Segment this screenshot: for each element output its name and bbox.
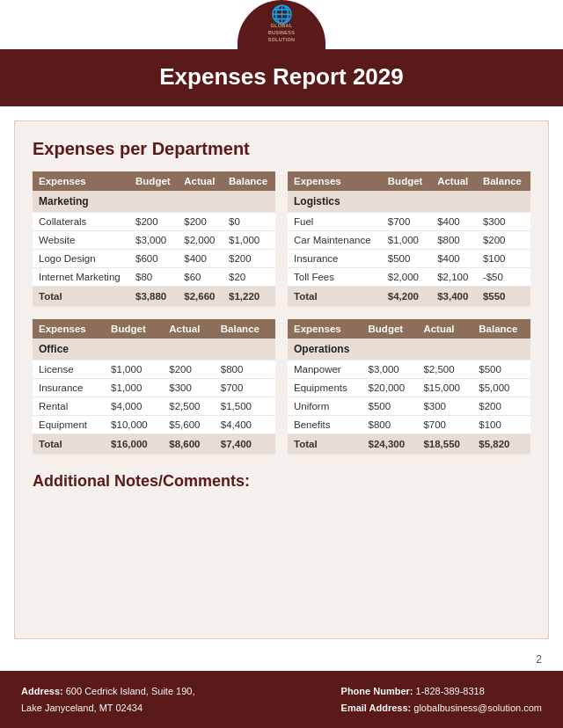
dept-header-logistics: Logistics [288, 191, 530, 213]
logo-arch: 🌐 GLOBAL BUSINESS SOLUTION [238, 0, 325, 49]
item-name: Equipments [288, 379, 362, 397]
item-name: Benefits [288, 416, 362, 434]
item-balance: $4,400 [215, 416, 275, 434]
main-content: Expenses per Department Expenses Budget … [14, 120, 549, 639]
table-row: Insurance $500 $400 $100 [288, 250, 530, 268]
item-actual: $60 [178, 268, 223, 287]
phone-label: Phone Number: [341, 686, 413, 696]
item-budget: $1,000 [105, 360, 163, 379]
item-name: Rental [33, 397, 105, 416]
item-balance: $700 [215, 379, 275, 397]
item-budget: $4,000 [105, 397, 163, 416]
item-actual: $400 [431, 250, 477, 268]
total-label: Total [33, 434, 105, 455]
item-budget: $200 [129, 213, 178, 231]
title-band: Expenses Report 2029 [0, 49, 563, 106]
col-budget-4: Budget [362, 319, 418, 339]
address-value: 600 Cedrick Island, Suite 190, [66, 686, 195, 696]
item-actual: $200 [178, 213, 223, 231]
total-actual: $3,400 [431, 287, 477, 307]
table-row: Collaterals $200 $200 $0 [33, 213, 275, 231]
item-actual: $800 [431, 231, 477, 250]
dept-label-office: Office [33, 339, 275, 360]
item-balance: $300 [477, 213, 530, 231]
item-budget: $2,000 [382, 268, 431, 287]
total-label: Total [288, 287, 382, 307]
table-row: Insurance $1,000 $300 $700 [33, 379, 275, 397]
table-row: Car Maintenance $1,000 $800 $200 [288, 231, 530, 250]
col-balance-4: Balance [472, 319, 530, 339]
table-row: Uniform $500 $300 $200 [288, 397, 530, 416]
dept-header-marketing: Marketing [33, 191, 275, 213]
table-row: Equipment $10,000 $5,600 $4,400 [33, 416, 275, 434]
marketing-table: Expenses Budget Actual Balance Marketing [33, 171, 275, 307]
total-label: Total [288, 434, 362, 455]
item-name: Insurance [288, 250, 382, 268]
table-row: Equipments $20,000 $15,000 $5,000 [288, 379, 530, 397]
item-budget: $20,000 [362, 379, 418, 397]
footer-address: Address: 600 Cedrick Island, Suite 190, … [21, 683, 195, 716]
footer: Address: 600 Cedrick Island, Suite 190, … [0, 671, 563, 728]
item-balance: $100 [477, 250, 530, 268]
col-actual-4: Actual [417, 319, 472, 339]
item-name: Logo Design [33, 250, 129, 268]
item-actual: $400 [178, 250, 223, 268]
item-actual: $300 [417, 397, 472, 416]
table-row: Toll Fees $2,000 $2,100 -$50 [288, 268, 530, 287]
page: 🌐 GLOBAL BUSINESS SOLUTION Expenses Repo… [0, 0, 563, 728]
total-budget: $3,880 [129, 287, 178, 307]
email-label: Email Address: [341, 703, 412, 713]
item-balance: $800 [215, 360, 275, 379]
table-row: Benefits $800 $700 $100 [288, 416, 530, 434]
logo-text: GLOBAL BUSINESS SOLUTION [268, 23, 296, 43]
item-budget: $500 [362, 397, 418, 416]
office-table-wrapper: Expenses Budget Actual Balance Office [33, 319, 275, 455]
total-row-operations: Total $24,300 $18,550 $5,820 [288, 434, 530, 455]
total-balance: $1,220 [223, 287, 275, 307]
total-actual: $2,660 [178, 287, 223, 307]
item-name: Fuel [288, 213, 382, 231]
col-expenses-1: Expenses [33, 171, 129, 191]
operations-table: Expenses Budget Actual Balance Operation… [288, 319, 530, 455]
total-row-logistics: Total $4,200 $3,400 $550 [288, 287, 530, 307]
total-row-marketing: Total $3,880 $2,660 $1,220 [33, 287, 275, 307]
item-actual: $200 [163, 360, 215, 379]
logistics-table: Expenses Budget Actual Balance Logistics [288, 171, 530, 307]
item-balance: $200 [477, 231, 530, 250]
item-name: Internet Marketing [33, 268, 129, 287]
table-row: Manpower $3,000 $2,500 $500 [288, 360, 530, 379]
item-budget: $1,000 [382, 231, 431, 250]
globe-icon: 🌐 [271, 5, 293, 23]
logistics-table-wrapper: Expenses Budget Actual Balance Logistics [288, 171, 530, 307]
item-actual: $5,600 [163, 416, 215, 434]
dept-header-office: Office [33, 339, 275, 360]
dept-label-marketing: Marketing [33, 191, 275, 213]
report-title: Expenses Report 2029 [0, 63, 563, 91]
page-number: 2 [0, 653, 563, 671]
item-actual: $2,500 [163, 397, 215, 416]
office-table: Expenses Budget Actual Balance Office [33, 319, 275, 455]
total-budget: $16,000 [105, 434, 163, 455]
item-name: Collaterals [33, 213, 129, 231]
total-balance: $7,400 [215, 434, 275, 455]
total-actual: $18,550 [417, 434, 472, 455]
section-title: Expenses per Department [33, 139, 530, 159]
col-balance-2: Balance [477, 171, 530, 191]
item-actual: $2,000 [178, 231, 223, 250]
col-balance-1: Balance [223, 171, 275, 191]
footer-contact: Phone Number: 1-828-389-8318 Email Addre… [341, 683, 542, 716]
col-budget-1: Budget [129, 171, 178, 191]
item-actual: $300 [163, 379, 215, 397]
item-name: Manpower [288, 360, 362, 379]
col-budget-3: Budget [105, 319, 163, 339]
item-budget: $800 [362, 416, 418, 434]
table-row: Logo Design $600 $400 $200 [33, 250, 275, 268]
marketing-table-wrapper: Expenses Budget Actual Balance Marketing [33, 171, 275, 307]
total-row-office: Total $16,000 $8,600 $7,400 [33, 434, 275, 455]
item-name: Toll Fees [288, 268, 382, 287]
table-row: Website $3,000 $2,000 $1,000 [33, 231, 275, 250]
total-balance: $550 [477, 287, 530, 307]
total-balance: $5,820 [472, 434, 530, 455]
table-row: Internet Marketing $80 $60 $20 [33, 268, 275, 287]
col-actual-1: Actual [178, 171, 223, 191]
